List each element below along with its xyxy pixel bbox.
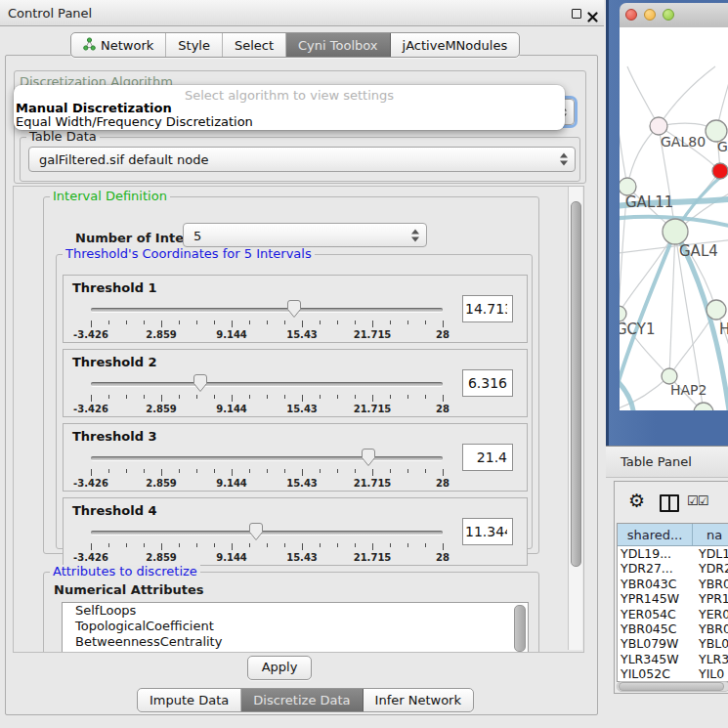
tick-mark xyxy=(232,321,233,327)
gal80-network-node[interactable] xyxy=(650,117,667,135)
node-label-gal11: GAL11 xyxy=(625,193,673,211)
numerical-attributes-list[interactable]: SelfLoopsTopologicalCoefficientBetweenne… xyxy=(62,602,529,653)
tick-mark xyxy=(179,469,180,473)
threshold-label: Threshold 4 xyxy=(72,503,157,518)
tab-impute-data[interactable]: Impute Data xyxy=(138,689,241,711)
tick-label: 21.715 xyxy=(354,329,392,340)
gal4-network-node[interactable] xyxy=(663,219,688,244)
tab-style[interactable]: Style xyxy=(166,33,223,57)
cell-shared-name: YDR27... xyxy=(618,561,695,576)
number-of-intervals-combo[interactable]: 5 xyxy=(183,223,427,247)
table-row[interactable]: YLR345WYLR3 xyxy=(618,652,728,666)
tab-cyni-toolbox[interactable]: Cyni Toolbox xyxy=(286,33,391,57)
table-row[interactable]: YPR145WYPR1 xyxy=(618,591,728,606)
column-header-name[interactable]: na xyxy=(693,524,728,545)
threshold-value-field[interactable] xyxy=(462,369,513,397)
column-header-shared-name[interactable]: shared... xyxy=(618,524,693,545)
apply-button[interactable]: Apply xyxy=(247,656,312,680)
tick-mark xyxy=(284,395,285,399)
slider-thumb[interactable] xyxy=(193,374,207,392)
tick-mark xyxy=(372,543,373,550)
node-label-ga: GA xyxy=(717,139,728,154)
slider-thumb[interactable] xyxy=(362,449,375,466)
settings-scrollbar[interactable] xyxy=(568,187,582,650)
tab-network[interactable]: Network xyxy=(71,33,166,57)
threshold-slider[interactable]: -3.4262.8599.14415.4321.71528 xyxy=(89,373,445,414)
tick-mark xyxy=(196,469,197,473)
tick-mark xyxy=(407,395,408,399)
network-node[interactable] xyxy=(712,163,728,179)
attribute-list-item[interactable]: BetweennessCentrality xyxy=(63,634,528,650)
tab-infer-network[interactable]: Infer Network xyxy=(364,689,473,711)
tick-mark xyxy=(249,321,250,324)
tick-label: 21.715 xyxy=(354,404,392,414)
attributes-group-title: Attributes to discretize xyxy=(50,565,200,578)
threshold-slider[interactable]: -3.4262.8599.14415.4321.71528 xyxy=(89,522,445,563)
cell-shared-name: YDL19... xyxy=(618,546,695,561)
tab-select[interactable]: Select xyxy=(223,33,286,57)
node-attribute-table: shared... na YDL19...YDL1YDR27...YDR2YBR… xyxy=(617,523,728,682)
gcy1-network-node[interactable] xyxy=(620,306,626,321)
table-data-combo[interactable]: galFiltered.sif default node xyxy=(28,147,576,172)
dropdown-item-manual-discretization[interactable]: Manual Discretization xyxy=(16,101,172,115)
zoom-traffic-light-icon[interactable] xyxy=(663,9,674,21)
tick-mark xyxy=(443,321,444,327)
tick-mark xyxy=(161,543,162,550)
network-graph[interactable]: GAL80GAGAL11GAL4GCY1HHAP2 xyxy=(620,27,728,410)
table-row[interactable]: YER054CYER0 xyxy=(618,607,728,621)
tick-mark xyxy=(443,469,444,476)
close-icon[interactable] xyxy=(587,8,598,19)
tick-mark xyxy=(337,543,338,547)
slider-thumb[interactable] xyxy=(249,523,263,540)
threshold-slider[interactable]: -3.4262.8599.14415.4321.71528 xyxy=(89,448,445,489)
tick-mark xyxy=(144,469,145,473)
table-scrollbar-thumb[interactable] xyxy=(619,682,724,691)
tick-mark xyxy=(284,543,285,547)
tick-mark xyxy=(214,543,215,547)
table-row[interactable]: YDR27...YDR2 xyxy=(618,561,728,576)
dropdown-item-equal-width-frequency[interactable]: Equal Width/Frequency Discretization xyxy=(16,114,253,129)
tick-label: 21.715 xyxy=(354,552,392,563)
select-columns-icon[interactable]: ☑☑ xyxy=(687,493,707,508)
table-row[interactable]: YIL052CYIL0 xyxy=(618,666,728,681)
network-node[interactable] xyxy=(694,403,713,410)
float-window-icon[interactable] xyxy=(572,9,581,19)
table-panel: ⚙ ☑☑ shared... na YDL19...YDL1YDR27...YD… xyxy=(614,481,728,694)
slider-thumb[interactable] xyxy=(287,300,301,318)
close-traffic-light-icon[interactable] xyxy=(625,9,637,21)
tick-label: 15.43 xyxy=(286,478,318,489)
tab-discretize-data[interactable]: Discretize Data xyxy=(241,689,363,711)
table-horizontal-scrollbar[interactable] xyxy=(617,681,728,692)
threshold-value-field[interactable] xyxy=(462,518,513,545)
threshold-slider[interactable]: -3.4262.8599.14415.4321.71528 xyxy=(89,299,445,340)
threshold-panel-2: Threshold 2-3.4262.8599.14415.4321.71528 xyxy=(63,349,528,417)
table-row[interactable]: YBR043CYBR0 xyxy=(618,577,728,591)
tick-mark xyxy=(179,543,180,547)
table-data-group: Table Data galFiltered.sif default node xyxy=(20,137,580,182)
table-row[interactable]: YBR045CYBR0 xyxy=(618,621,728,636)
minimize-traffic-light-icon[interactable] xyxy=(644,9,656,21)
slider-track xyxy=(91,308,443,312)
tick-mark xyxy=(126,321,127,324)
network-canvas[interactable]: GAL80GAGAL11GAL4GCY1HHAP2 xyxy=(620,27,728,410)
tick-mark xyxy=(425,543,426,547)
tab-jactivemnodules[interactable]: jActiveMNodules xyxy=(391,33,520,57)
tick-mark xyxy=(390,469,391,473)
table-row[interactable]: YBL079WYBL0 xyxy=(618,636,728,651)
tick-mark xyxy=(267,395,268,399)
attribute-list-item[interactable]: TopologicalCoefficient xyxy=(63,619,528,634)
network-node[interactable] xyxy=(707,300,726,320)
attribute-list-item[interactable]: SelfLoops xyxy=(63,603,528,619)
list-scrollbar-thumb[interactable] xyxy=(514,605,526,652)
split-view-icon[interactable] xyxy=(660,494,679,512)
network-window-titlebar[interactable] xyxy=(620,3,728,28)
tick-mark xyxy=(320,395,321,399)
settings-scrollbar-thumb[interactable] xyxy=(571,201,581,567)
threshold-value-field[interactable] xyxy=(462,444,513,471)
tick-mark xyxy=(108,543,109,547)
threshold-value-field[interactable] xyxy=(462,295,513,322)
tick-label: -3.426 xyxy=(73,329,108,340)
table-row[interactable]: YDL19...YDL1 xyxy=(618,546,728,561)
combo-arrows-icon xyxy=(560,153,568,166)
gear-icon[interactable]: ⚙ xyxy=(628,490,645,511)
